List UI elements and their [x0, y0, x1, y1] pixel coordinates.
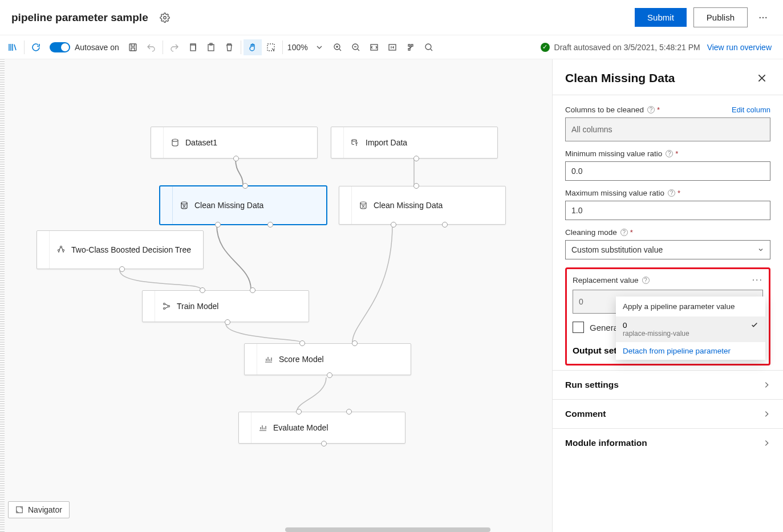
- node-dataset1[interactable]: Dataset1: [151, 127, 318, 159]
- required-icon: *: [677, 189, 680, 197]
- node-label: Dataset1: [185, 138, 217, 147]
- dropdown-detach-link[interactable]: Detach from pipeline parameter: [616, 342, 765, 360]
- run-settings-label: Run settings: [565, 380, 619, 390]
- node-train-model[interactable]: Train Model: [142, 290, 309, 322]
- svg-point-2: [762, 17, 764, 18]
- auto-layout-icon[interactable]: [401, 39, 420, 55]
- zoom-out-icon[interactable]: [347, 39, 365, 55]
- svg-point-14: [172, 139, 178, 141]
- chevron-down-icon[interactable]: [310, 39, 328, 55]
- properties-panel: Clean Missing Data Columns to be cleaned…: [552, 59, 783, 532]
- paste-icon[interactable]: [202, 39, 220, 55]
- comment-section[interactable]: Comment: [553, 399, 783, 428]
- toolbar: Autosave on 100% ✓ Draft autosaved on 3/…: [0, 35, 783, 59]
- actual-size-icon[interactable]: [383, 39, 401, 55]
- help-icon[interactable]: ?: [642, 277, 650, 284]
- required-icon: *: [675, 149, 678, 158]
- dropdown-header: Apply a pipeline parameter value: [616, 297, 765, 316]
- dropdown-sel-sub: raplace-missing-value: [623, 330, 689, 338]
- save-icon[interactable]: [124, 39, 142, 55]
- generate-missing-checkbox[interactable]: [573, 322, 584, 333]
- node-score-model[interactable]: Score Model: [244, 343, 411, 375]
- module-info-section[interactable]: Module information: [553, 428, 783, 457]
- svg-point-0: [163, 16, 166, 19]
- dropdown-sel-value: 0: [623, 321, 689, 330]
- help-icon[interactable]: ?: [666, 150, 673, 157]
- node-evaluate-model[interactable]: Evaluate Model: [238, 412, 405, 444]
- publish-button[interactable]: Publish: [693, 7, 748, 27]
- navigator-label: Navigator: [28, 505, 62, 514]
- svg-rect-5: [190, 45, 196, 51]
- svg-rect-4: [129, 44, 136, 51]
- svg-point-3: [765, 17, 766, 18]
- select-icon[interactable]: [262, 39, 280, 55]
- node-label: Import Data: [366, 138, 407, 147]
- replacement-label: Replacement value: [573, 276, 639, 285]
- parameter-dropdown: Apply a pipeline parameter value 0 rapla…: [616, 297, 765, 360]
- svg-point-17: [360, 202, 366, 204]
- view-run-overview-link[interactable]: View run overview: [707, 43, 772, 52]
- svg-rect-6: [208, 44, 214, 51]
- search-icon[interactable]: [420, 39, 438, 55]
- navigator-button[interactable]: Navigator: [8, 501, 70, 518]
- cleaning-mode-select[interactable]: Custom substitution value: [565, 240, 770, 259]
- node-label: Clean Missing Data: [374, 201, 443, 210]
- max-ratio-input[interactable]: [565, 201, 770, 220]
- autosave-label: Autosave on: [75, 43, 119, 52]
- panel-title: Clean Missing Data: [565, 71, 753, 85]
- comment-label: Comment: [565, 409, 606, 419]
- pan-hand-icon[interactable]: [244, 39, 262, 55]
- svg-point-1: [760, 17, 761, 18]
- svg-point-15: [352, 140, 356, 141]
- min-ratio-label: Minimum missing value ratio: [565, 149, 662, 158]
- replacement-value-highlight: Replacement value ? ··· Apply a pipeline…: [565, 267, 770, 366]
- svg-point-16: [181, 202, 187, 204]
- node-two-class-bdt[interactable]: Two-Class Boosted Decision Tree: [36, 230, 204, 269]
- columns-value[interactable]: All columns: [565, 117, 770, 141]
- edit-column-link[interactable]: Edit column: [732, 105, 770, 114]
- refresh-icon[interactable]: [27, 39, 45, 55]
- copy-icon[interactable]: [184, 39, 202, 55]
- undo-icon[interactable]: [142, 39, 160, 55]
- dropdown-detach-label: Detach from pipeline parameter: [623, 347, 731, 355]
- success-check-icon: ✓: [541, 43, 550, 52]
- node-clean-missing-data-selected[interactable]: Clean Missing Data: [160, 186, 327, 225]
- zoom-in-icon[interactable]: [328, 39, 347, 55]
- header-bar: pipeline parameter sample Submit Publish: [0, 0, 783, 35]
- columns-label: Columns to be cleaned: [565, 105, 644, 114]
- help-icon[interactable]: ?: [647, 106, 655, 113]
- node-label: Evaluate Model: [273, 423, 328, 432]
- delete-icon[interactable]: [220, 39, 238, 55]
- canvas-ruler: [0, 59, 5, 532]
- cleaning-mode-label: Cleaning mode: [565, 228, 617, 237]
- node-clean-missing-data-2[interactable]: Clean Missing Data: [339, 186, 506, 225]
- min-ratio-input[interactable]: [565, 161, 770, 181]
- autosave-toggle[interactable]: [50, 42, 70, 52]
- max-ratio-label: Maximum missing value ratio: [565, 189, 664, 197]
- close-panel-icon[interactable]: [753, 70, 770, 87]
- redo-icon[interactable]: [165, 39, 184, 55]
- replacement-more-icon[interactable]: ···: [752, 275, 763, 285]
- svg-point-13: [425, 44, 431, 50]
- required-icon: *: [630, 228, 633, 237]
- node-label: Two-Class Boosted Decision Tree: [71, 245, 191, 254]
- fit-screen-icon[interactable]: [365, 39, 383, 55]
- autosave-status: Draft autosaved on 3/5/2021, 5:48:21 PM: [554, 43, 700, 52]
- submit-button[interactable]: Submit: [635, 8, 687, 27]
- pipeline-title: pipeline parameter sample: [11, 11, 148, 24]
- zoom-level[interactable]: 100%: [285, 43, 310, 52]
- node-import-data[interactable]: Import Data: [331, 127, 498, 159]
- help-icon[interactable]: ?: [668, 189, 675, 197]
- help-icon[interactable]: ?: [620, 229, 628, 236]
- library-panel-icon[interactable]: [3, 39, 22, 55]
- settings-gear-icon[interactable]: [156, 9, 173, 26]
- run-settings-section[interactable]: Run settings: [553, 370, 783, 399]
- node-label: Train Model: [177, 302, 218, 311]
- horizontal-scrollbar[interactable]: [285, 527, 490, 532]
- more-options-icon[interactable]: [754, 9, 772, 26]
- dropdown-item-selected[interactable]: 0 raplace-missing-value: [616, 316, 765, 342]
- node-label: Score Model: [279, 355, 324, 364]
- module-info-label: Module information: [565, 438, 647, 448]
- node-label: Clean Missing Data: [194, 201, 263, 210]
- cleaning-mode-value: Custom substitution value: [571, 245, 663, 254]
